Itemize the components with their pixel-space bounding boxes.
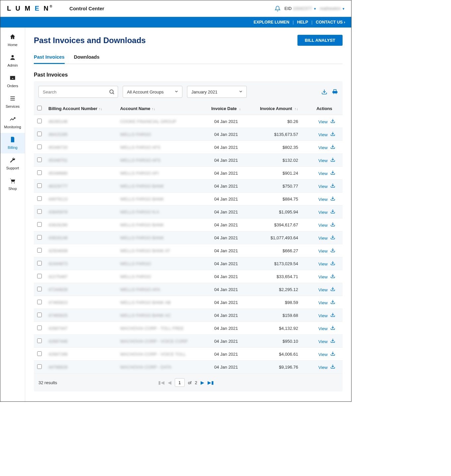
bill-analyst-button[interactable]: BILL ANALYST <box>297 35 343 46</box>
view-link[interactable]: View <box>318 210 328 215</box>
row-checkbox[interactable] <box>37 157 42 162</box>
row-checkbox[interactable] <box>37 119 42 123</box>
billing-account-number: 43828148 <box>48 235 68 240</box>
user-dropdown[interactable]: mathewkm ▾ <box>320 6 345 11</box>
next-page-button[interactable]: ▶ <box>201 380 204 385</box>
row-checkbox[interactable] <box>37 248 42 253</box>
view-link[interactable]: View <box>318 326 328 331</box>
sidebar-item-admin[interactable]: Admin <box>0 51 25 71</box>
download-icon[interactable] <box>330 223 335 228</box>
view-link[interactable]: View <box>318 223 328 228</box>
download-icon[interactable] <box>330 287 335 292</box>
sidebar-item-billing[interactable]: Billing <box>0 133 25 153</box>
col-invoice-amount[interactable]: Invoice Amount ↑↓ <box>247 102 306 115</box>
page-input[interactable] <box>175 378 185 387</box>
download-icon[interactable] <box>330 184 335 189</box>
account-group-select[interactable]: All Account Groups <box>123 86 182 98</box>
row-checkbox[interactable] <box>37 274 42 278</box>
view-link[interactable]: View <box>318 300 328 305</box>
nav-explore[interactable]: EXPLORE LUMEN <box>254 20 290 25</box>
row-checkbox[interactable] <box>37 351 42 356</box>
view-link[interactable]: View <box>318 171 328 176</box>
row-checkbox[interactable] <box>37 196 42 201</box>
eid-dropdown[interactable]: EID 10042377 ▾ <box>285 6 316 11</box>
row-checkbox[interactable] <box>37 235 42 240</box>
view-link[interactable]: View <box>318 262 328 267</box>
first-page-button[interactable]: ▮◀ <box>158 380 164 385</box>
view-link[interactable]: View <box>318 197 328 202</box>
view-link[interactable]: View <box>318 339 328 344</box>
row-checkbox[interactable] <box>37 338 42 343</box>
tabs: Past InvoicesDownloads <box>34 52 343 64</box>
tab-downloads[interactable]: Downloads <box>74 52 99 64</box>
print-icon[interactable] <box>332 89 338 95</box>
nav-contact[interactable]: CONTACT US › <box>316 20 345 25</box>
inbox-icon <box>9 75 16 83</box>
invoice-amount: $666.27 <box>247 244 306 257</box>
row-checkbox[interactable] <box>37 222 42 227</box>
download-icon[interactable] <box>330 158 335 163</box>
sidebar-item-services[interactable]: Services <box>0 92 25 112</box>
row-checkbox[interactable] <box>37 170 42 175</box>
view-link[interactable]: View <box>318 352 328 357</box>
download-icon[interactable] <box>330 132 335 137</box>
view-link[interactable]: View <box>318 313 328 318</box>
download-icon[interactable] <box>330 197 335 202</box>
sidebar-item-support[interactable]: Support <box>0 153 25 174</box>
row-checkbox[interactable] <box>37 326 42 330</box>
account-name: WELLS FARGO AFA <box>120 287 160 292</box>
download-icon[interactable] <box>330 249 335 254</box>
download-icon[interactable] <box>330 119 335 124</box>
prev-page-button[interactable]: ◀ <box>168 380 171 385</box>
view-link[interactable]: View <box>318 236 328 241</box>
view-link[interactable]: View <box>318 119 328 124</box>
sidebar-item-shop[interactable]: Shop <box>0 174 25 195</box>
download-icon[interactable] <box>330 300 335 305</box>
tab-past-invoices[interactable]: Past Invoices <box>34 52 65 64</box>
row-checkbox[interactable] <box>37 261 42 266</box>
download-icon[interactable] <box>330 262 335 267</box>
bell-icon[interactable] <box>275 6 281 12</box>
view-link[interactable]: View <box>318 132 328 137</box>
download-icon[interactable] <box>330 274 335 279</box>
search-input[interactable] <box>38 86 118 98</box>
view-link[interactable]: View <box>318 274 328 279</box>
col-invoice-date[interactable]: Invoice Date ↓ <box>205 102 247 115</box>
download-icon[interactable] <box>330 171 335 176</box>
search-icon[interactable] <box>109 89 115 95</box>
download-icon[interactable] <box>321 89 327 95</box>
download-icon[interactable] <box>330 365 335 370</box>
view-link[interactable]: View <box>318 365 328 370</box>
account-name: WELLS FARGO BANK AT <box>120 248 170 253</box>
row-checkbox[interactable] <box>37 132 42 136</box>
view-link[interactable]: View <box>318 158 328 163</box>
nav-help[interactable]: HELP <box>297 20 308 25</box>
sidebar-item-home[interactable]: Home <box>0 30 25 51</box>
col-account-name[interactable]: Account Name↑↓ <box>117 102 205 115</box>
sidebar-item-orders[interactable]: Orders <box>0 71 25 92</box>
view-link[interactable]: View <box>318 145 328 150</box>
row-checkbox[interactable] <box>37 145 42 149</box>
download-icon[interactable] <box>330 339 335 344</box>
download-icon[interactable] <box>330 145 335 150</box>
row-checkbox[interactable] <box>37 183 42 188</box>
row-checkbox[interactable] <box>37 364 42 369</box>
last-page-button[interactable]: ▶▮ <box>208 380 214 385</box>
row-checkbox[interactable] <box>37 209 42 214</box>
row-checkbox[interactable] <box>37 300 42 304</box>
download-icon[interactable] <box>330 352 335 357</box>
download-icon[interactable] <box>330 236 335 241</box>
select-all-checkbox[interactable] <box>37 106 42 110</box>
sidebar-item-monitoring[interactable]: Monitoring <box>0 112 25 133</box>
month-select[interactable]: January 2021 <box>187 86 247 98</box>
row-checkbox[interactable] <box>37 313 42 317</box>
view-link[interactable]: View <box>318 184 328 189</box>
download-icon[interactable] <box>330 210 335 215</box>
view-link[interactable]: View <box>318 249 328 254</box>
table-row: 47465823WELLS FARGO BANK AB04 Jan 2021$9… <box>34 296 343 309</box>
view-link[interactable]: View <box>318 287 328 292</box>
download-icon[interactable] <box>330 313 335 318</box>
col-billing-account[interactable]: Billing Account Number↑↓ <box>45 102 117 115</box>
download-icon[interactable] <box>330 326 335 331</box>
row-checkbox[interactable] <box>37 287 42 291</box>
